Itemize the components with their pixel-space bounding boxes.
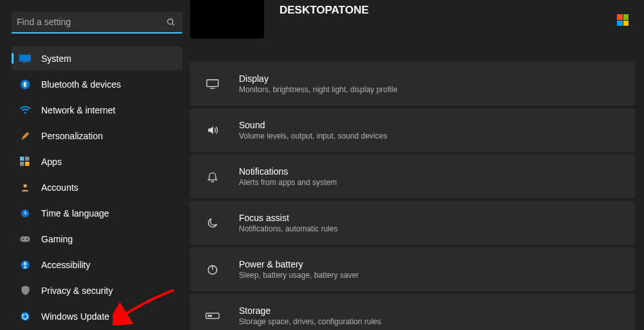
storage-icon xyxy=(203,306,222,325)
search-box[interactable] xyxy=(12,12,182,34)
card-title: Display xyxy=(239,73,397,84)
wifi-icon xyxy=(19,104,31,116)
nav-item-windows-update[interactable]: Windows Update xyxy=(12,304,182,328)
sound-icon xyxy=(203,121,222,140)
card-subtitle: Volume levels, output, input, sound devi… xyxy=(239,131,387,141)
svg-rect-2 xyxy=(19,54,31,61)
paintbrush-icon xyxy=(19,130,31,142)
svg-line-1 xyxy=(173,24,175,26)
nav-item-label: Personalization xyxy=(41,131,103,141)
svg-point-25 xyxy=(210,315,211,316)
svg-rect-8 xyxy=(25,157,29,160)
bell-icon xyxy=(203,167,222,186)
nav-item-label: Windows Update xyxy=(41,311,109,322)
nav-item-gaming[interactable]: Gaming xyxy=(12,227,182,251)
svg-rect-13 xyxy=(20,236,30,241)
nav-item-time-language[interactable]: Time & language xyxy=(12,201,182,225)
nav-list: System Bluetooth & devices Network & int… xyxy=(12,46,182,330)
nav-item-label: Accessibility xyxy=(41,260,90,270)
search-input[interactable] xyxy=(17,17,166,27)
card-power-battery[interactable]: Power & battery Sleep, battery usage, ba… xyxy=(190,248,635,291)
card-title: Power & battery xyxy=(239,259,359,269)
card-subtitle: Notifications, automatic rules xyxy=(239,224,337,233)
svg-rect-19 xyxy=(207,80,218,87)
svg-point-5 xyxy=(24,112,26,113)
apps-icon xyxy=(19,156,31,168)
nav-item-label: Gaming xyxy=(41,234,73,244)
nav-item-accounts[interactable]: Accounts xyxy=(12,175,182,199)
card-storage[interactable]: Storage Storage space, drives, configura… xyxy=(190,294,635,330)
user-info: DESKTOPATONE xyxy=(279,0,369,17)
card-subtitle: Sleep, battery usage, battery saver xyxy=(239,271,359,280)
svg-point-24 xyxy=(208,315,209,316)
search-icon xyxy=(166,17,176,27)
sidebar: System Bluetooth & devices Network & int… xyxy=(0,0,190,330)
card-subtitle: Alerts from apps and system xyxy=(239,178,337,187)
nav-item-label: Bluetooth & devices xyxy=(41,79,121,90)
card-display[interactable]: Display Monitors, brightness, night ligh… xyxy=(190,62,635,106)
nav-item-label: Time & language xyxy=(41,208,109,218)
card-notifications[interactable]: Notifications Alerts from apps and syste… xyxy=(190,155,635,199)
bluetooth-icon xyxy=(19,79,31,90)
card-title: Notifications xyxy=(239,166,337,177)
card-subtitle: Monitors, brightness, night light, displ… xyxy=(239,85,397,94)
user-avatar[interactable] xyxy=(190,0,264,39)
display-icon xyxy=(203,74,222,93)
nav-item-label: Apps xyxy=(41,157,62,167)
settings-list: Display Monitors, brightness, night ligh… xyxy=(190,62,644,330)
microsoft-logo-icon[interactable] xyxy=(617,14,629,26)
svg-point-14 xyxy=(22,238,24,240)
gamepad-icon xyxy=(19,233,31,245)
shield-icon xyxy=(19,285,31,296)
svg-point-17 xyxy=(24,262,26,264)
header: DESKTOPATONE xyxy=(190,0,644,39)
nav-item-label: Accounts xyxy=(41,182,79,193)
svg-point-11 xyxy=(23,184,26,187)
card-sound[interactable]: Sound Volume levels, output, input, soun… xyxy=(190,108,635,152)
clock-icon xyxy=(19,208,31,219)
card-focus-assist[interactable]: Focus assist Notifications, automatic ru… xyxy=(190,201,635,245)
person-icon xyxy=(19,182,31,193)
nav-item-label: System xyxy=(41,53,71,64)
accessibility-icon xyxy=(19,259,31,271)
svg-rect-3 xyxy=(23,61,27,63)
svg-point-0 xyxy=(167,19,173,24)
svg-rect-10 xyxy=(25,162,29,166)
card-title: Sound xyxy=(239,120,387,130)
nav-item-network[interactable]: Network & internet xyxy=(12,98,182,122)
nav-item-bluetooth[interactable]: Bluetooth & devices xyxy=(12,72,182,96)
power-icon xyxy=(203,260,222,279)
nav-item-system[interactable]: System xyxy=(12,46,182,70)
svg-rect-9 xyxy=(20,162,24,166)
nav-item-label: Network & internet xyxy=(41,105,115,115)
nav-item-apps[interactable]: Apps xyxy=(12,150,182,173)
card-title: Focus assist xyxy=(239,213,337,223)
nav-item-privacy[interactable]: Privacy & security xyxy=(12,278,182,302)
username: DESKTOPATONE xyxy=(279,4,369,17)
nav-item-label: Privacy & security xyxy=(41,286,113,296)
card-subtitle: Storage space, drives, configuration rul… xyxy=(239,317,381,326)
card-title: Storage xyxy=(239,306,381,316)
nav-item-accessibility[interactable]: Accessibility xyxy=(12,253,182,277)
update-icon xyxy=(19,311,31,322)
moon-icon xyxy=(203,213,222,233)
svg-point-15 xyxy=(26,238,28,240)
main-pane: DESKTOPATONE Display Monitors, brightnes… xyxy=(190,0,644,330)
svg-rect-7 xyxy=(20,157,24,160)
nav-item-personalization[interactable]: Personalization xyxy=(12,124,182,148)
svg-rect-6 xyxy=(21,139,24,140)
system-icon xyxy=(19,53,31,64)
